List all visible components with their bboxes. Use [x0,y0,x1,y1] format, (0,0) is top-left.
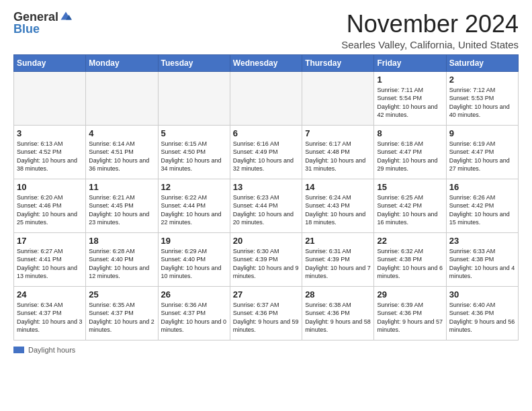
calendar-cell: 3Sunrise: 6:13 AM Sunset: 4:52 PM Daylig… [14,125,86,179]
cell-info: Sunrise: 6:17 AM Sunset: 4:48 PM Dayligh… [305,140,371,173]
calendar-week-3: 17Sunrise: 6:27 AM Sunset: 4:41 PM Dayli… [14,232,519,286]
calendar-cell: 16Sunrise: 6:26 AM Sunset: 4:42 PM Dayli… [446,179,518,232]
calendar-cell: 18Sunrise: 6:28 AM Sunset: 4:40 PM Dayli… [86,232,158,286]
calendar-cell: 14Sunrise: 6:24 AM Sunset: 4:43 PM Dayli… [302,179,374,232]
day-number: 28 [305,289,371,300]
cell-info: Sunrise: 6:34 AM Sunset: 4:37 PM Dayligh… [17,301,83,334]
day-number: 7 [305,128,371,138]
calendar-week-0: 1Sunrise: 7:11 AM Sunset: 5:54 PM Daylig… [14,71,519,125]
cell-info: Sunrise: 6:37 AM Sunset: 4:36 PM Dayligh… [233,301,299,334]
day-number: 25 [89,289,154,300]
calendar-header-monday: Monday [86,54,158,71]
day-number: 20 [233,236,299,246]
day-number: 15 [377,182,443,192]
calendar-cell: 5Sunrise: 6:15 AM Sunset: 4:50 PM Daylig… [158,125,230,179]
cell-info: Sunrise: 6:21 AM Sunset: 4:45 PM Dayligh… [89,193,154,227]
calendar-cell: 11Sunrise: 6:21 AM Sunset: 4:45 PM Dayli… [86,179,158,232]
logo-icon [60,11,72,23]
cell-info: Sunrise: 6:31 AM Sunset: 4:39 PM Dayligh… [305,247,371,281]
cell-info: Sunrise: 6:14 AM Sunset: 4:51 PM Dayligh… [89,140,154,173]
day-number: 24 [17,289,83,300]
calendar-cell: 12Sunrise: 6:22 AM Sunset: 4:44 PM Dayli… [158,179,230,232]
cell-info: Sunrise: 6:38 AM Sunset: 4:36 PM Dayligh… [305,301,371,334]
location-title: Searles Valley, California, United State… [341,39,519,50]
calendar-header-saturday: Saturday [446,54,518,71]
day-number: 3 [17,128,83,138]
legend-label: Daylight hours [28,346,75,354]
calendar-header-tuesday: Tuesday [158,54,230,71]
calendar-header-sunday: Sunday [14,54,86,71]
cell-info: Sunrise: 6:15 AM Sunset: 4:50 PM Dayligh… [161,140,227,173]
calendar-cell [14,71,86,125]
calendar-cell: 6Sunrise: 6:16 AM Sunset: 4:49 PM Daylig… [230,125,302,179]
cell-info: Sunrise: 7:11 AM Sunset: 5:54 PM Dayligh… [377,86,443,120]
calendar-cell [302,71,374,125]
calendar-cell: 24Sunrise: 6:34 AM Sunset: 4:37 PM Dayli… [14,286,86,340]
day-number: 12 [161,182,227,192]
calendar-cell: 13Sunrise: 6:23 AM Sunset: 4:44 PM Dayli… [230,179,302,232]
day-number: 4 [89,128,154,138]
calendar-cell: 30Sunrise: 6:40 AM Sunset: 4:36 PM Dayli… [446,286,518,340]
cell-info: Sunrise: 6:18 AM Sunset: 4:47 PM Dayligh… [377,140,443,173]
calendar-cell: 7Sunrise: 6:17 AM Sunset: 4:48 PM Daylig… [302,125,374,179]
footer: Daylight hours [13,346,519,354]
title-area: November 2024 Searles Valley, California… [341,11,519,50]
cell-info: Sunrise: 6:40 AM Sunset: 4:36 PM Dayligh… [449,301,515,334]
calendar-header-friday: Friday [374,54,446,71]
cell-info: Sunrise: 6:30 AM Sunset: 4:39 PM Dayligh… [233,247,299,281]
calendar-cell: 26Sunrise: 6:36 AM Sunset: 4:37 PM Dayli… [158,286,230,340]
cell-info: Sunrise: 6:35 AM Sunset: 4:37 PM Dayligh… [89,301,154,334]
cell-info: Sunrise: 6:13 AM Sunset: 4:52 PM Dayligh… [17,140,83,173]
cell-info: Sunrise: 6:39 AM Sunset: 4:36 PM Dayligh… [377,301,443,334]
cell-info: Sunrise: 7:12 AM Sunset: 5:53 PM Dayligh… [449,86,515,120]
cell-info: Sunrise: 6:25 AM Sunset: 4:42 PM Dayligh… [377,193,443,227]
cell-info: Sunrise: 6:19 AM Sunset: 4:47 PM Dayligh… [449,140,515,173]
day-number: 26 [161,289,227,300]
calendar-cell: 20Sunrise: 6:30 AM Sunset: 4:39 PM Dayli… [230,232,302,286]
calendar-cell: 1Sunrise: 7:11 AM Sunset: 5:54 PM Daylig… [374,71,446,125]
cell-info: Sunrise: 6:23 AM Sunset: 4:44 PM Dayligh… [233,193,299,227]
day-number: 18 [89,236,154,246]
calendar-cell: 25Sunrise: 6:35 AM Sunset: 4:37 PM Dayli… [86,286,158,340]
logo-blue: Blue [13,23,40,35]
day-number: 19 [161,236,227,246]
day-number: 5 [161,128,227,138]
day-number: 8 [377,128,443,138]
calendar-week-1: 3Sunrise: 6:13 AM Sunset: 4:52 PM Daylig… [14,125,519,179]
calendar-cell [158,71,230,125]
calendar-cell: 8Sunrise: 6:18 AM Sunset: 4:47 PM Daylig… [374,125,446,179]
logo: General Blue [13,11,72,35]
day-number: 27 [233,289,299,300]
calendar-cell: 19Sunrise: 6:29 AM Sunset: 4:40 PM Dayli… [158,232,230,286]
day-number: 2 [449,75,515,85]
day-number: 23 [449,236,515,246]
day-number: 16 [449,182,515,192]
calendar-cell: 15Sunrise: 6:25 AM Sunset: 4:42 PM Dayli… [374,179,446,232]
calendar-cell [86,71,158,125]
calendar-table: SundayMondayTuesdayWednesdayThursdayFrid… [13,54,519,340]
day-number: 6 [233,128,299,138]
logo-general: General [13,11,58,23]
calendar-cell: 4Sunrise: 6:14 AM Sunset: 4:51 PM Daylig… [86,125,158,179]
calendar-cell: 10Sunrise: 6:20 AM Sunset: 4:46 PM Dayli… [14,179,86,232]
calendar-cell: 21Sunrise: 6:31 AM Sunset: 4:39 PM Dayli… [302,232,374,286]
calendar-week-4: 24Sunrise: 6:34 AM Sunset: 4:37 PM Dayli… [14,286,519,340]
cell-info: Sunrise: 6:33 AM Sunset: 4:38 PM Dayligh… [449,247,515,281]
calendar-cell: 22Sunrise: 6:32 AM Sunset: 4:38 PM Dayli… [374,232,446,286]
calendar-header-wednesday: Wednesday [230,54,302,71]
day-number: 14 [305,182,371,192]
cell-info: Sunrise: 6:36 AM Sunset: 4:37 PM Dayligh… [161,301,227,334]
cell-info: Sunrise: 6:16 AM Sunset: 4:49 PM Dayligh… [233,140,299,173]
day-number: 30 [449,289,515,300]
day-number: 13 [233,182,299,192]
day-number: 10 [17,182,83,192]
calendar-header-row: SundayMondayTuesdayWednesdayThursdayFrid… [14,54,519,71]
cell-info: Sunrise: 6:20 AM Sunset: 4:46 PM Dayligh… [17,193,83,227]
calendar-week-2: 10Sunrise: 6:20 AM Sunset: 4:46 PM Dayli… [14,179,519,232]
day-number: 11 [89,182,154,192]
day-number: 9 [449,128,515,138]
calendar-cell: 2Sunrise: 7:12 AM Sunset: 5:53 PM Daylig… [446,71,518,125]
calendar-header-thursday: Thursday [302,54,374,71]
legend-bar [13,347,24,353]
cell-info: Sunrise: 6:26 AM Sunset: 4:42 PM Dayligh… [449,193,515,227]
